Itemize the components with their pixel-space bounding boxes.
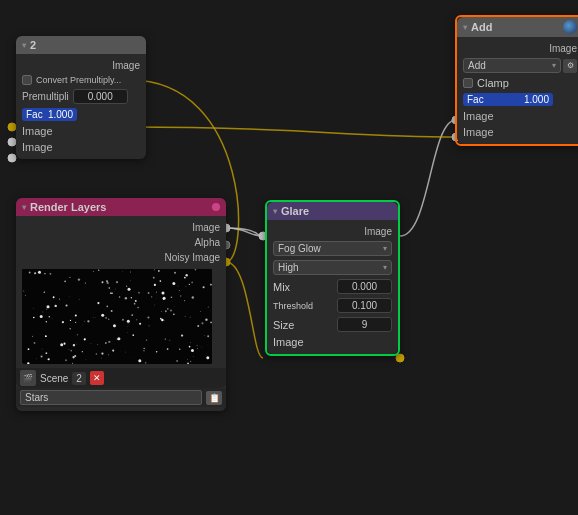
- svg-point-9: [8, 138, 16, 146]
- mix-convert-checkbox[interactable]: [22, 75, 32, 85]
- render-scene-label: Scene: [40, 373, 68, 384]
- render-close-btn[interactable]: ✕: [90, 371, 104, 385]
- mix-fac-value: 1.000: [48, 109, 73, 120]
- mix-fac-row: Fac 1.000: [16, 106, 146, 123]
- glare-node: ▾ Glare Image Fog Glow ▾ High ▾ Mix 0.00…: [265, 200, 400, 356]
- add-fac-value: 1.000: [524, 94, 549, 105]
- mix-premultipli-row: Premultipli 0.000: [16, 87, 146, 106]
- render-chevron: ▾: [22, 203, 26, 212]
- add-clamp-checkbox[interactable]: [463, 78, 473, 88]
- stars-select[interactable]: Stars: [20, 390, 202, 405]
- glare-image-out-row: Image: [267, 334, 398, 350]
- mix-node-body: Image Convert Premultiply... Premultipli…: [16, 54, 146, 159]
- svg-point-8: [8, 123, 16, 131]
- mix-fac-label: Fac: [26, 109, 43, 120]
- render-body: Image Alpha Noisy Image 🎬 Scene 2 ✕ Star…: [16, 216, 226, 411]
- render-alpha-row: Alpha: [16, 235, 226, 250]
- glare-body: Image Fog Glow ▾ High ▾ Mix 0.000 Thresh…: [267, 220, 398, 354]
- glare-type-label: Fog Glow: [278, 243, 321, 254]
- glare-header: ▾ Glare: [267, 202, 398, 220]
- glare-quality-row: High ▾: [267, 258, 398, 277]
- glare-mix-value[interactable]: 0.000: [337, 279, 392, 294]
- add-clamp-row: Clamp: [457, 75, 578, 91]
- mix-convert-row: Convert Premultiply...: [16, 73, 146, 87]
- add-chevron: ▾: [463, 23, 467, 32]
- add-image-out-row: Image: [457, 41, 578, 56]
- mix-image2-label: Image: [22, 141, 53, 153]
- glare-type-row: Fog Glow ▾: [267, 239, 398, 258]
- glare-threshold-row: Threshold 0.100: [267, 296, 398, 315]
- add-header: ▾ Add: [457, 17, 578, 37]
- add-image1-label: Image: [463, 110, 494, 122]
- glare-size-row: Size 9: [267, 315, 398, 334]
- render-image-label: Image: [22, 222, 220, 233]
- glare-size-label: Size: [273, 319, 333, 331]
- add-clamp-label: Clamp: [477, 77, 509, 89]
- add-image1-row: Image: [457, 108, 578, 124]
- stars-row: Stars 📋: [16, 388, 226, 407]
- scene-icon: 🎬: [20, 370, 36, 386]
- render-dot: [212, 203, 220, 211]
- add-fac-row: Fac 1.000: [457, 91, 578, 108]
- add-settings-icon[interactable]: ⚙: [563, 59, 577, 73]
- glare-type-chevron: ▾: [383, 244, 387, 253]
- mix-premultipli-label: Premultipli: [22, 91, 69, 102]
- render-alpha-label: Alpha: [22, 237, 220, 248]
- add-globe-icon: [563, 20, 577, 34]
- stars-icon: 📋: [206, 391, 222, 405]
- mix-title: 2: [30, 39, 36, 51]
- mix-image2-row: Image: [16, 139, 146, 155]
- svg-point-10: [8, 154, 16, 162]
- add-type-dropdown[interactable]: Add ▾: [463, 58, 561, 73]
- mix-node-header: ▾ 2: [16, 36, 146, 54]
- render-scene-num: 2: [72, 372, 86, 385]
- render-noisy-row: Noisy Image: [16, 250, 226, 265]
- render-bottom-bar: 🎬 Scene 2 ✕: [16, 368, 226, 388]
- mix-image-out-row: Image: [16, 58, 146, 73]
- glare-quality-dropdown[interactable]: High ▾: [273, 260, 392, 275]
- glare-threshold-label: Threshold: [273, 301, 333, 311]
- stars-preview: [22, 269, 212, 364]
- add-dropdown-row: Add ▾ ⚙: [457, 56, 578, 75]
- render-title: Render Layers: [30, 201, 106, 213]
- mix-image-out-label: Image: [22, 60, 140, 71]
- add-type-label: Add: [468, 60, 486, 71]
- mix-premultipli-value[interactable]: 0.000: [73, 89, 128, 104]
- add-image2-label: Image: [463, 126, 494, 138]
- add-image2-row: Image: [457, 124, 578, 140]
- glare-threshold-value[interactable]: 0.100: [337, 298, 392, 313]
- add-type-chevron: ▾: [552, 61, 556, 70]
- glare-mix-row: Mix 0.000: [267, 277, 398, 296]
- glare-image-in-row: Image: [267, 224, 398, 239]
- render-image-row: Image: [16, 220, 226, 235]
- glare-image-in-label: Image: [273, 226, 392, 237]
- glare-image-out-label: Image: [273, 336, 304, 348]
- glare-quality-chevron: ▾: [383, 263, 387, 272]
- mix-image1-row: Image: [16, 123, 146, 139]
- glare-title: Glare: [281, 205, 309, 217]
- add-image-out-label: Image: [463, 43, 577, 54]
- add-title: Add: [471, 21, 492, 33]
- render-noisy-label: Noisy Image: [22, 252, 220, 263]
- mix-fac-field[interactable]: Fac 1.000: [22, 108, 77, 121]
- glare-size-value[interactable]: 9: [337, 317, 392, 332]
- glare-mix-label: Mix: [273, 281, 333, 293]
- render-thumbnail: [22, 269, 212, 364]
- mix-chevron: ▾: [22, 41, 26, 50]
- mix-convert-label: Convert Premultiply...: [36, 75, 121, 85]
- add-body: Image Add ▾ ⚙ Clamp Fac 1.000 Image Ima: [457, 37, 578, 144]
- mix-image1-label: Image: [22, 125, 53, 137]
- render-header: ▾ Render Layers: [16, 198, 226, 216]
- add-fac-field[interactable]: Fac 1.000: [463, 93, 553, 106]
- add-fac-label: Fac: [467, 94, 484, 105]
- glare-quality-label: High: [278, 262, 299, 273]
- add-node: ▾ Add Image Add ▾ ⚙ Clamp Fac 1.000: [455, 15, 578, 146]
- render-layers-node: ▾ Render Layers Image Alpha Noisy Image …: [16, 198, 226, 411]
- glare-type-dropdown[interactable]: Fog Glow ▾: [273, 241, 392, 256]
- glare-chevron: ▾: [273, 207, 277, 216]
- svg-point-0: [396, 354, 404, 362]
- mix-node: ▾ 2 Image Convert Premultiply... Premult…: [16, 36, 146, 159]
